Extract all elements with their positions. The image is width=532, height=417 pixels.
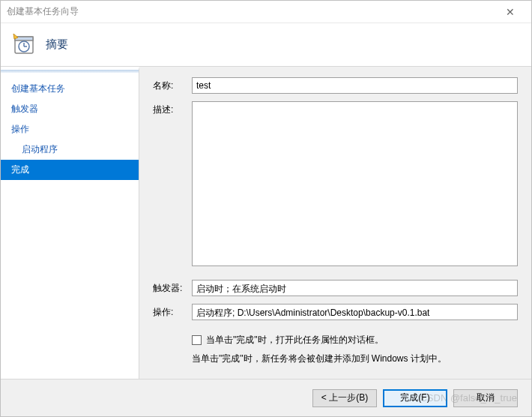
sidebar-item-start-program[interactable]: 启动程序	[1, 140, 139, 160]
trigger-label: 触发器:	[153, 280, 192, 295]
action-value: 启动程序; D:\Users\Administrator\Desktop\bac…	[192, 304, 518, 320]
name-label: 名称:	[153, 77, 192, 92]
page-title: 摘要	[46, 38, 68, 52]
hint-text: 当单击"完成"时，新任务将会被创建并添加到 Windows 计划中。	[192, 352, 518, 365]
wizard-header: 摘要	[1, 23, 531, 67]
wizard-window: 创建基本任务向导 ✕ 摘要 创建基本任务 触发器 操作 启动程序 完成	[0, 0, 532, 417]
titlebar: 创建基本任务向导 ✕	[1, 1, 531, 23]
name-input[interactable]	[192, 77, 518, 94]
cancel-button[interactable]: 取消	[453, 389, 518, 407]
trigger-value: 启动时；在系统启动时	[192, 280, 518, 296]
sidebar: 创建基本任务 触发器 操作 启动程序 完成	[1, 67, 139, 379]
action-label: 操作:	[153, 304, 192, 319]
wizard-body: 创建基本任务 触发器 操作 启动程序 完成 名称: 描述: 触发器: 启动时；在…	[1, 67, 531, 379]
finish-button[interactable]: 完成(F)	[383, 389, 447, 407]
wizard-footer: < 上一步(B) 完成(F) 取消	[1, 379, 531, 416]
main-panel: 名称: 描述: 触发器: 启动时；在系统启动时 操作: 启动程序; D:\Use…	[139, 67, 531, 379]
description-input[interactable]	[192, 101, 518, 266]
sidebar-item-finish[interactable]: 完成	[1, 160, 139, 180]
back-button[interactable]: < 上一步(B)	[312, 389, 377, 407]
sidebar-item-trigger[interactable]: 触发器	[1, 99, 139, 119]
sidebar-item-create-task[interactable]: 创建基本任务	[1, 79, 139, 99]
checkbox-label: 当单击"完成"时，打开此任务属性的对话框。	[206, 334, 384, 346]
window-title: 创建基本任务向导	[7, 5, 495, 18]
description-label: 描述:	[153, 101, 192, 116]
open-properties-checkbox[interactable]	[192, 335, 202, 345]
clock-icon	[11, 32, 35, 58]
sidebar-item-action[interactable]: 操作	[1, 119, 139, 140]
close-icon[interactable]: ✕	[495, 6, 525, 18]
